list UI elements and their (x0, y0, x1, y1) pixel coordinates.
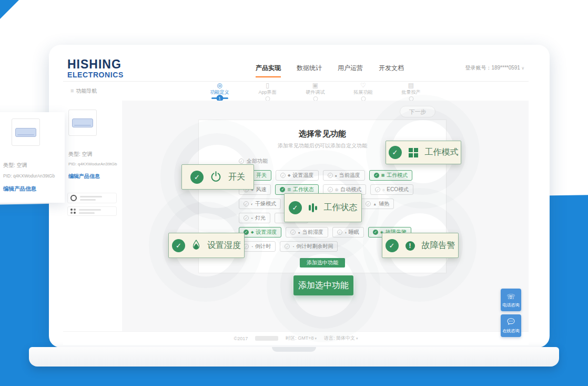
chip-干燥模式[interactable]: ◐干燥模式 (239, 199, 281, 209)
edit-product-link[interactable]: 编辑产品信息 (68, 173, 122, 180)
check-circle-icon (239, 159, 244, 164)
callout-label: 设置湿度 (207, 240, 241, 251)
chip-工作模式[interactable]: ▦工作模式 (369, 170, 413, 181)
chip-辅热[interactable]: ▲辅热 (361, 199, 394, 209)
chip-glyph-icon: ◔ (292, 245, 294, 249)
nav-item-产品实现[interactable]: 产品实现 (256, 61, 281, 76)
check-circle-icon (244, 215, 249, 221)
nav-item-数据统计[interactable]: 数据统计 (297, 61, 322, 76)
chip-当前温度[interactable]: ●当前温度 (323, 170, 365, 181)
callout-label: 工作状态 (324, 202, 358, 213)
add-selected-button[interactable]: 添加选中功能 (300, 258, 345, 268)
marketing-screenshot: { "brand": {"line1": "HISHING", "line2":… (0, 0, 588, 386)
check-badge-icon (190, 171, 204, 184)
step-label: App界面 (244, 89, 291, 96)
chip-睡眠[interactable]: ◑睡眠 (332, 227, 364, 237)
brand-logo: HISHING ELECTRONICS (67, 58, 124, 78)
edit-product-link[interactable]: 编辑产品信息 (3, 185, 65, 193)
chip-label: 开关 (256, 172, 267, 179)
next-step-button[interactable]: 下一步 (400, 106, 435, 117)
chip-label: 睡眠 (349, 229, 359, 236)
product-thumbnail (12, 118, 40, 146)
nav-item-开发文档[interactable]: 开发文档 (379, 61, 404, 76)
wizard-step-App界面[interactable]: ▯App界面 (244, 82, 291, 96)
chip-ECO模式[interactable]: ○ECO模式 (370, 184, 413, 195)
assistant-dots-icon (70, 209, 73, 211)
chip-当前湿度[interactable]: ●当前湿度 (286, 227, 328, 237)
callout-label: 开关 (228, 172, 245, 183)
integration-text-placeholder (79, 209, 101, 214)
chip-倒计时剩余时间[interactable]: ◔倒计时剩余时间 (280, 241, 338, 252)
callout-work-status: 工作状态 (284, 193, 362, 222)
floating-product-card: 类型: 空调 PID: q4KXWodurAn39tGb 编辑产品信息 (0, 112, 65, 203)
check-badge-icon (386, 239, 399, 252)
add-selected-button-magnified[interactable]: 添加选中功能 (293, 275, 353, 295)
wizard-step-拓展功能[interactable]: ♡拓展功能 (339, 82, 387, 96)
check-circle-icon (328, 187, 333, 192)
chip-label: 倒计时 (255, 243, 271, 250)
integration-item[interactable] (67, 193, 117, 203)
chip-glyph-icon: ● (335, 174, 337, 177)
target-icon: ◎ (196, 82, 244, 89)
chip-label: 设置温度 (293, 172, 314, 179)
phone-icon: ▯ (244, 82, 291, 89)
box-icon: ▤ (387, 82, 435, 89)
panel-title: 选择常见功能 (199, 129, 446, 139)
callout-label: 工作模式 (425, 147, 459, 158)
check-circle-icon (244, 201, 249, 206)
redacted-company-name (255, 336, 278, 341)
chip-glyph-icon: ◆ (251, 230, 254, 234)
check-circle-icon (290, 230, 296, 235)
chip-glyph-icon: ◔ (251, 245, 253, 249)
chip-label: 自动模式 (340, 186, 361, 193)
brand-name: HISHING (67, 58, 124, 71)
chip-glyph-icon: ▦ (381, 173, 385, 177)
chip-灯光[interactable]: ◓灯光 (239, 213, 270, 223)
top-navigation: 产品实现数据统计用户运营开发文档 (256, 55, 404, 81)
check-circle-icon (328, 173, 333, 178)
air-conditioner-icon (72, 118, 93, 127)
copyright-label: ©2017 (234, 336, 248, 341)
consult-button-电话咨询[interactable]: ☏电话咨询 (501, 289, 521, 311)
phone-call-icon: ☏ (506, 292, 515, 301)
timezone-select[interactable]: 时区: GMT+8 (286, 335, 317, 342)
check-badge-icon (289, 201, 302, 214)
chip-设置温度[interactable]: ◆设置温度 (276, 170, 318, 181)
step-label: 拓展功能 (339, 89, 387, 96)
grid-icon (409, 148, 418, 157)
function-nav-toggle[interactable]: ≡功能导航 (70, 87, 97, 95)
check-circle-icon (366, 201, 371, 206)
wizard-step-批量投产[interactable]: ▤批量投产 (387, 82, 435, 96)
product-type-label: 类型: 空调 (68, 151, 122, 158)
check-badge-icon (389, 146, 402, 159)
voice-assistant-icon (70, 195, 77, 201)
product-thumbnail (68, 110, 97, 136)
check-circle-icon (280, 187, 285, 192)
chip-glyph-icon: ◑ (344, 231, 347, 234)
air-conditioner-icon (15, 128, 36, 137)
chip-glyph-icon: ◎ (335, 187, 338, 192)
check-circle-icon (285, 244, 290, 249)
chip-glyph-icon: ▥ (287, 187, 291, 192)
chip-glyph-icon: ◆ (288, 173, 290, 177)
chip-label: 倒计时剩余时间 (296, 243, 333, 250)
check-circle-icon (280, 173, 286, 178)
chip-label: 工作模式 (387, 172, 408, 179)
nav-item-用户运营[interactable]: 用户运营 (338, 61, 363, 76)
brand-subname: ELECTRONICS (67, 71, 124, 78)
integration-item[interactable] (67, 206, 117, 216)
product-type-label: 类型: 空调 (3, 162, 65, 169)
callout-fault-alarm: !故障告警 (382, 233, 459, 258)
chip-glyph-icon: ◓ (251, 216, 253, 220)
language-select[interactable]: 语言: 简体中文 (324, 335, 358, 342)
callout-switch: 开关 (181, 164, 254, 190)
chat-icon (507, 318, 515, 327)
bars-icon (309, 203, 317, 213)
chip-设置湿度[interactable]: ◆设置湿度 (239, 227, 281, 237)
check-badge-icon (172, 239, 185, 252)
consult-button-在线咨询[interactable]: 在线咨询 (501, 314, 521, 337)
account-label[interactable]: 登录账号：189****0591 (465, 64, 524, 72)
wizard-step-功能定义[interactable]: ◎功能定义1 (196, 82, 244, 96)
wizard-step-硬件调试[interactable]: ▣硬件调试 (291, 82, 339, 96)
chip-label: 当前温度 (339, 172, 360, 179)
